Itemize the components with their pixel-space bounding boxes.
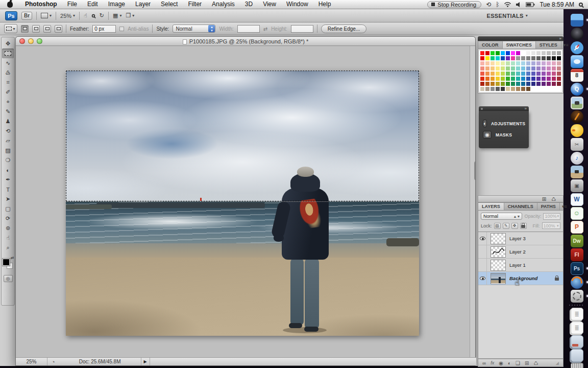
lock-position-icon[interactable]: ✥ <box>511 223 518 229</box>
color-swatch[interactable] <box>505 66 510 71</box>
selection-mode-add-button[interactable] <box>32 25 40 33</box>
color-swatch[interactable] <box>500 76 505 81</box>
quick-mask-button[interactable]: ◎ <box>4 275 13 282</box>
new-layer-icon[interactable]: ⊞ <box>525 360 529 366</box>
zoom-level-dropdown[interactable]: 25%▾ <box>60 13 75 19</box>
color-swatch[interactable] <box>485 56 490 61</box>
spot-healing-brush-tool[interactable]: ⌖ <box>2 97 14 107</box>
color-swatch[interactable] <box>490 76 495 81</box>
color-swatch[interactable] <box>516 71 521 76</box>
color-swatch[interactable] <box>521 51 526 56</box>
stop-recording-button[interactable]: Stop Recording <box>427 1 481 8</box>
dock-finder-icon[interactable] <box>570 13 584 27</box>
volume-icon[interactable] <box>516 2 521 7</box>
color-swatch[interactable] <box>526 61 531 66</box>
color-swatch[interactable] <box>480 56 485 61</box>
type-tool[interactable]: T <box>2 185 14 194</box>
color-swatch[interactable] <box>495 81 500 86</box>
color-swatch[interactable] <box>546 81 551 86</box>
dock-iphoto-icon[interactable] <box>570 96 584 109</box>
color-swatch[interactable] <box>541 66 546 71</box>
color-swatch[interactable] <box>556 51 561 56</box>
apple-menu-icon[interactable] <box>7 2 13 8</box>
color-swatch[interactable] <box>536 51 541 56</box>
rotate-view-button[interactable]: ↻ <box>100 12 104 19</box>
dock-stack-sites-icon[interactable] <box>570 335 584 348</box>
color-swatch[interactable] <box>531 81 536 86</box>
dock-dreamweaver-icon[interactable]: Dw <box>570 234 584 247</box>
lock-transparency-icon[interactable]: ▨ <box>494 223 501 229</box>
feather-input[interactable] <box>92 25 116 33</box>
color-swatch[interactable] <box>516 81 521 86</box>
dodge-tool[interactable]: ◐ <box>2 165 14 175</box>
style-dropdown[interactable]: Normal▴▾ <box>173 25 215 33</box>
color-swatch[interactable] <box>490 51 495 56</box>
color-swatch[interactable] <box>495 76 500 81</box>
color-swatch[interactable] <box>490 71 495 76</box>
color-swatch[interactable] <box>546 51 551 56</box>
color-swatch[interactable] <box>521 76 526 81</box>
color-swatch[interactable] <box>546 76 551 81</box>
color-swatch[interactable] <box>490 66 495 71</box>
color-swatch[interactable] <box>480 81 485 86</box>
blur-tool[interactable]: ❍ <box>2 155 14 165</box>
scrollbar-thumb[interactable] <box>474 161 475 180</box>
color-swatch[interactable] <box>531 61 536 66</box>
quick-selection-tool[interactable]: ♹ <box>2 68 14 78</box>
color-swatch[interactable] <box>516 51 521 56</box>
color-swatch[interactable] <box>556 71 561 76</box>
zoom-tool-button[interactable] <box>91 14 95 18</box>
resize-grip[interactable]: ◢ <box>556 361 559 365</box>
hand-tool-button[interactable]: ☝ <box>84 12 87 19</box>
arrange-documents-button[interactable]: ▦▾ <box>113 12 121 19</box>
color-swatch[interactable] <box>505 76 510 81</box>
visibility-toggle[interactable] <box>478 245 487 259</box>
menu-layer[interactable]: Layer <box>130 0 156 9</box>
color-swatch[interactable] <box>536 66 541 71</box>
path-selection-tool[interactable]: ➤ <box>2 194 14 204</box>
color-swatch[interactable] <box>521 71 526 76</box>
dock-dashboard-icon[interactable] <box>570 27 584 40</box>
link-layers-icon[interactable]: ∞ <box>482 360 486 366</box>
color-swatch[interactable] <box>505 61 510 66</box>
color-swatch[interactable] <box>485 66 490 71</box>
opacity-field[interactable]: 100%▾ <box>543 213 560 220</box>
color-swatch[interactable] <box>480 66 485 71</box>
dock-powerpoint-icon[interactable]: P <box>570 220 584 234</box>
tab-channels[interactable]: CHANNELS <box>504 203 537 210</box>
color-swatch[interactable] <box>505 86 510 91</box>
3d-orbit-tool[interactable]: ⊛ <box>2 223 14 233</box>
menu-view[interactable]: View <box>258 0 281 9</box>
color-swatch[interactable] <box>480 51 485 56</box>
color-swatch[interactable] <box>541 51 546 56</box>
tab-styles[interactable]: STYLES <box>536 41 561 49</box>
visibility-toggle[interactable] <box>478 259 487 272</box>
color-swatch[interactable] <box>536 71 541 76</box>
color-swatch[interactable] <box>551 71 556 76</box>
refine-edge-button[interactable]: Refine Edge... <box>321 25 366 33</box>
color-swatch[interactable] <box>546 56 551 61</box>
dock-front-row-icon[interactable]: ▣ <box>570 179 584 192</box>
time-machine-icon[interactable]: ⟲ <box>486 2 491 8</box>
color-swatch[interactable] <box>556 76 561 81</box>
color-swatch[interactable] <box>531 76 536 81</box>
workspace-switcher[interactable]: ESSENTIALS▾ <box>487 13 558 19</box>
layer-mask-icon[interactable]: ◉ <box>499 360 503 366</box>
color-swatch[interactable] <box>505 81 510 86</box>
selection-mode-subtract-button[interactable] <box>43 25 51 33</box>
dock-itunes-icon[interactable]: ♪ <box>570 151 584 165</box>
color-swatch[interactable] <box>546 66 551 71</box>
brush-tool[interactable]: ✎ <box>2 107 14 117</box>
color-swatch[interactable] <box>521 61 526 66</box>
tab-layers[interactable]: LAYERS <box>478 203 504 210</box>
tab-paths[interactable]: PATHS <box>537 203 560 210</box>
bridge-button[interactable]: Br <box>21 12 32 20</box>
selection-mode-new-button[interactable] <box>21 25 29 33</box>
screen-mode-button[interactable]: ❒▾ <box>126 12 134 19</box>
bluetooth-icon[interactable]: ᛒ <box>496 2 499 8</box>
move-tool[interactable]: ✥ <box>2 39 14 49</box>
color-swatch[interactable] <box>526 51 531 56</box>
document-title-bar[interactable]: P1000185.JPG @ 25% (Background, RGB/8*) … <box>16 37 475 46</box>
menu-select[interactable]: Select <box>156 0 183 9</box>
color-swatch[interactable] <box>510 81 516 86</box>
